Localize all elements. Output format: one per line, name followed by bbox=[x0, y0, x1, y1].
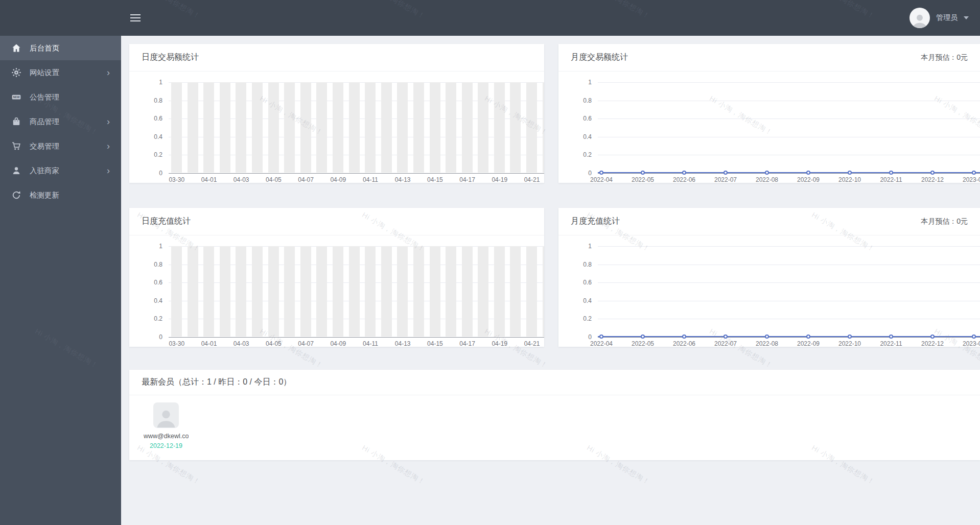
bg-band bbox=[365, 246, 376, 337]
grid-line bbox=[598, 319, 980, 319]
bg-band bbox=[236, 246, 246, 337]
bg-band bbox=[397, 82, 408, 173]
bg-band bbox=[543, 246, 544, 337]
bg-band bbox=[478, 82, 488, 173]
y-axis-labels: 10.80.60.40.20 bbox=[558, 246, 592, 337]
data-line bbox=[598, 172, 980, 174]
bg-band bbox=[220, 246, 230, 337]
caret-down-icon bbox=[964, 16, 969, 19]
member-email: www@dkewl.com bbox=[144, 433, 189, 440]
data-point-dot bbox=[806, 335, 810, 339]
sidebar-item-label: 后台首页 bbox=[30, 43, 59, 53]
bg-band bbox=[203, 82, 214, 173]
grid-line bbox=[598, 301, 980, 301]
daily-recharge-chart: 10.80.60.40.2003-3004-0104-0304-0504-070… bbox=[129, 236, 544, 347]
data-point-dot bbox=[724, 171, 728, 175]
sidebar-item-orders[interactable]: 交易管理› bbox=[0, 134, 121, 158]
bg-band bbox=[543, 82, 544, 173]
chevron-right-icon: › bbox=[107, 141, 110, 151]
daily-recharge-card: 日度充值统计 10.80.60.40.2003-3004-0104-0304-0… bbox=[129, 208, 544, 347]
sidebar-item-label: 入驻商家 bbox=[30, 166, 59, 176]
grid-line bbox=[598, 282, 980, 283]
data-point-dot bbox=[889, 171, 893, 175]
bg-band bbox=[381, 246, 392, 337]
latest-members-card: 最新会员（总计：1 / 昨日：0 / 今日：0） www@dkewl.com 2… bbox=[129, 370, 980, 460]
monthly-recharge-chart: 10.80.60.40.202022-042022-052022-062022-… bbox=[558, 236, 980, 347]
data-point-dot bbox=[930, 171, 935, 175]
home-icon bbox=[11, 43, 21, 53]
bar-background-bands bbox=[169, 246, 544, 337]
bg-band bbox=[494, 82, 505, 173]
chart-plot bbox=[598, 246, 980, 337]
bg-band bbox=[252, 246, 263, 337]
bg-band bbox=[252, 82, 263, 173]
card-title: 月度充值统计 bbox=[571, 216, 620, 227]
chart-plot bbox=[598, 82, 980, 173]
user-menu[interactable]: 管理员 bbox=[909, 0, 969, 36]
sidebar-item-check-update[interactable]: 检测更新 bbox=[0, 183, 121, 207]
bg-band bbox=[300, 82, 311, 173]
sidebar-item-label: 检测更新 bbox=[30, 190, 59, 200]
bg-band bbox=[430, 246, 440, 337]
bg-band bbox=[381, 82, 392, 173]
monthly-transaction-card: 月度交易额统计 本月预估：0元 10.80.60.40.202022-04202… bbox=[558, 44, 980, 183]
bg-band bbox=[284, 246, 295, 337]
bg-band bbox=[413, 82, 424, 173]
bg-band bbox=[478, 246, 488, 337]
bg-band bbox=[349, 246, 360, 337]
data-point-dot bbox=[599, 171, 603, 175]
user-name: 管理员 bbox=[936, 13, 958, 22]
y-axis-labels: 10.80.60.40.20 bbox=[129, 246, 162, 337]
latest-members-title: 最新会员（总计：1 / 昨日：0 / 今日：0） bbox=[142, 377, 291, 388]
sidebar-item-site-settings[interactable]: 网站设置› bbox=[0, 60, 121, 85]
data-point-dot bbox=[682, 171, 686, 175]
grid-line bbox=[598, 265, 980, 265]
bg-band bbox=[526, 82, 537, 173]
person-icon bbox=[11, 165, 21, 176]
sidebar-item-merchants[interactable]: 入驻商家› bbox=[0, 158, 121, 183]
y-axis-labels: 10.80.60.40.20 bbox=[129, 82, 162, 173]
bg-band bbox=[203, 246, 214, 337]
bg-band bbox=[284, 82, 295, 173]
refresh-icon bbox=[11, 190, 21, 200]
data-point-dot bbox=[765, 171, 769, 175]
grid-line bbox=[598, 137, 980, 137]
bg-band bbox=[462, 82, 473, 173]
monthly-estimate-label: 本月预估：0元 bbox=[921, 53, 968, 62]
member-item[interactable]: www@dkewl.com 2022-12-19 bbox=[143, 402, 190, 449]
top-bar: 管理员 bbox=[0, 0, 980, 36]
member-avatar-icon bbox=[153, 402, 179, 428]
sidebar-item-label: 交易管理 bbox=[30, 141, 59, 151]
bar-background-bands bbox=[169, 82, 544, 173]
hamburger-menu-icon[interactable] bbox=[130, 12, 142, 23]
data-point-dot bbox=[599, 335, 603, 339]
bg-band bbox=[446, 82, 456, 173]
data-point-dot bbox=[641, 335, 645, 339]
chart-plot bbox=[169, 246, 544, 337]
svg-text:NEW: NEW bbox=[13, 96, 20, 99]
data-point-dot bbox=[724, 335, 728, 339]
sidebar: 后台首页网站设置›NEW公告管理商品管理›交易管理›入驻商家›检测更新 bbox=[0, 36, 121, 525]
bg-band bbox=[397, 246, 408, 337]
grid-line bbox=[598, 173, 980, 174]
bg-band bbox=[236, 82, 246, 173]
sidebar-item-label: 公告管理 bbox=[30, 92, 59, 102]
gear-icon bbox=[11, 67, 21, 78]
sidebar-item-label: 网站设置 bbox=[30, 68, 59, 78]
data-point-dot bbox=[848, 335, 852, 339]
sidebar-item-products[interactable]: 商品管理› bbox=[0, 109, 121, 134]
bg-band bbox=[268, 82, 279, 173]
sidebar-item-announcements[interactable]: NEW公告管理 bbox=[0, 85, 121, 109]
grid-line bbox=[598, 337, 980, 338]
grid-line bbox=[598, 155, 980, 155]
sidebar-item-label: 商品管理 bbox=[30, 117, 59, 127]
bg-band bbox=[510, 246, 521, 337]
data-point-dot bbox=[889, 335, 893, 339]
bg-band bbox=[316, 82, 327, 173]
data-point-dot bbox=[806, 171, 810, 175]
cart-icon bbox=[11, 141, 21, 151]
bg-band bbox=[333, 82, 343, 173]
chevron-right-icon: › bbox=[107, 68, 110, 77]
sidebar-item-home[interactable]: 后台首页 bbox=[0, 36, 121, 60]
bg-band bbox=[526, 246, 537, 337]
